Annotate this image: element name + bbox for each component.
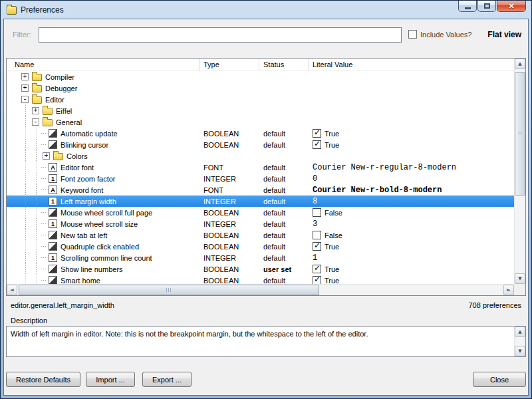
tree-indent-guide [31,275,41,284]
literal-value: 8 [313,197,317,206]
checkbox-unchecked-icon[interactable] [313,231,321,239]
checkbox-checked-icon[interactable] [313,242,321,251]
boolean-icon [49,242,57,251]
literal-value: 3 [313,219,317,229]
close-button[interactable]: Close [473,372,526,387]
bool-value-label: False [325,231,342,239]
table-row[interactable]: +Eiffel [7,105,514,116]
collapse-icon[interactable]: - [32,118,39,126]
horizontal-scrollbar[interactable]: ◄ ► [7,284,514,295]
restore-defaults-button[interactable]: Restore Defaults [6,372,80,387]
expand-icon[interactable]: + [21,73,29,80]
table-row[interactable]: Smart homeBOOLEANdefaultTrue [7,275,514,284]
tree-indent-guide [31,263,41,275]
maximize-button[interactable] [477,1,496,12]
pref-type: BOOLEAN [200,141,259,149]
pref-name: Compiler [45,73,74,81]
scroll-right-button[interactable]: ► [503,285,514,295]
filter-input[interactable] [39,27,402,43]
font-icon [49,163,57,172]
include-values-checkbox[interactable] [408,30,417,39]
pref-type: BOOLEAN [200,130,259,138]
export-button[interactable]: Export ... [142,372,192,387]
checkbox-checked-icon[interactable] [313,265,321,273]
pref-name: Scrolling common line count [61,254,152,262]
import-button[interactable]: Import ... [86,372,135,387]
table-row[interactable]: -Editor [7,94,514,105]
checkbox-checked-icon[interactable] [313,129,321,138]
preferences-window: Preferences ✕ Filter: Include Values? Fl… [0,0,532,399]
folder-icon [43,119,53,126]
window-icon [7,6,17,15]
vertical-scroll-thumb[interactable] [515,72,525,196]
table-row[interactable]: Mouse wheel scroll sizeINTEGERdefault3 [7,218,514,229]
table-row[interactable]: Editor fontFONTdefaultCourier New-r-regu… [7,162,514,173]
tree-indent-guide [20,252,31,263]
pref-name: Blinking cursor [61,141,108,149]
scroll-up-button[interactable]: ▲ [515,59,525,69]
vertical-scrollbar[interactable]: ▲ ▼ [514,59,525,284]
table-row[interactable]: Font zoom factorINTEGERdefault0 [7,173,514,184]
boolean-icon [49,276,57,284]
scroll-left-button[interactable]: ◄ [7,285,17,295]
tree-connector [41,254,47,261]
tree-indent-guide [20,275,31,284]
pref-value [309,94,514,105]
horizontal-scroll-thumb[interactable] [19,285,319,295]
tree-indent-guide [20,105,31,116]
table-row[interactable]: New tab at leftBOOLEANdefaultFalse [7,229,514,241]
pref-status: default [259,220,309,228]
pref-type: BOOLEAN [200,231,259,239]
table-row[interactable]: Blinking cursorBOOLEANdefaultTrue [7,139,514,150]
bool-value-label: True [325,265,339,273]
description-label: Description [11,317,47,325]
bool-value-label: False [325,209,342,217]
column-header-status[interactable]: Status [259,59,309,70]
table-row[interactable]: Mouse wheel scroll full pageBOOLEANdefau… [7,207,514,218]
expand-icon[interactable]: + [43,152,50,160]
tree-connector [41,265,47,273]
pref-value: 1 [309,252,514,263]
column-header-name[interactable]: Name [7,59,200,70]
description-scrollbar[interactable]: ▲ ▼ [514,327,525,356]
table-row[interactable]: Keyword fontFONTdefaultCourier New-r-bol… [7,184,514,196]
column-header-type[interactable]: Type [200,59,259,70]
table-row[interactable]: Left margin widthINTEGERdefault8 [7,196,514,207]
table-row[interactable]: +Colors [7,150,514,162]
pref-name-cell: -General [7,116,200,128]
tree-indent-guide [20,263,31,275]
client-area: Filter: Include Values? Flat view Name T… [3,19,529,396]
table-row[interactable]: -General [7,116,514,128]
expand-icon[interactable]: + [32,107,39,114]
table-row[interactable]: Scrolling common line countINTEGERdefaul… [7,252,514,263]
titlebar[interactable]: Preferences ✕ [3,1,529,19]
checkbox-unchecked-icon[interactable] [313,208,321,217]
collapse-icon[interactable]: - [21,96,29,103]
description-scroll-up-button[interactable]: ▲ [515,327,525,337]
pref-name-cell: Editor font [7,162,200,173]
pref-value [309,105,514,116]
table-row[interactable]: +Compiler [7,71,514,82]
table-row[interactable]: Automatic updateBOOLEANdefaultTrue [7,128,514,139]
pref-name: Mouse wheel scroll size [61,220,138,228]
preferences-table: Name Type Status Literal Value +Compiler… [6,58,526,296]
pref-name: Mouse wheel scroll full page [61,209,152,217]
column-header-literal-value[interactable]: Literal Value [309,59,514,70]
tree-indent-guide [20,184,31,196]
pref-type: BOOLEAN [200,277,259,285]
checkbox-checked-icon[interactable] [313,140,321,149]
table-row[interactable]: Show line numbersBOOLEANuser setTrue [7,263,514,275]
minimize-button[interactable] [458,1,477,12]
checkbox-checked-icon[interactable] [313,276,321,284]
pref-value: 3 [309,218,514,229]
pref-name: Smart home [61,277,100,285]
description-scroll-down-button[interactable]: ▼ [515,346,525,356]
pref-status: default [259,130,309,138]
table-row[interactable]: +Debugger [7,82,514,94]
table-row[interactable]: Quadruple click enabledBOOLEANdefaultTru… [7,241,514,252]
flat-view-button[interactable]: Flat view [487,30,521,39]
close-window-button[interactable]: ✕ [497,1,526,12]
expand-icon[interactable]: + [21,84,29,92]
scroll-down-button[interactable]: ▼ [515,273,525,284]
pref-name: Debugger [45,84,77,92]
